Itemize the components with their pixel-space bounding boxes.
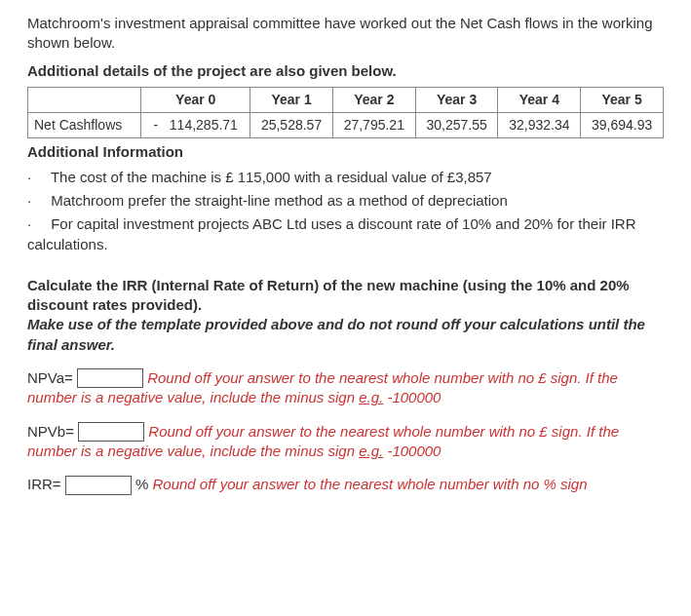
- bullet-text: Matchroom prefer the straight-line metho…: [51, 192, 508, 209]
- cell-y1: 25,528.57: [250, 112, 333, 137]
- eg-value: -100000: [387, 443, 441, 459]
- th-year2: Year 2: [332, 87, 415, 112]
- section-title: Additional details of the project are al…: [27, 61, 664, 81]
- row-label: Net Cashflows: [28, 112, 141, 137]
- irr-label: IRR=: [27, 476, 61, 492]
- table-header-row: Year 0 Year 1 Year 2 Year 3 Year 4 Year …: [28, 87, 664, 112]
- npva-line: NPVa= Round off your answer to the neare…: [27, 368, 664, 408]
- th-blank: [28, 87, 141, 112]
- th-year5: Year 5: [581, 87, 664, 112]
- cell-y4: 32,932.34: [498, 112, 581, 137]
- npvb-input[interactable]: [78, 422, 144, 442]
- th-year1: Year 1: [250, 87, 333, 112]
- cell-y2: 27,795.21: [332, 112, 415, 137]
- calc-note: Make use of the template provided above …: [27, 315, 664, 355]
- bullet-2: · Matchroom prefer the straight-line met…: [27, 191, 664, 211]
- npva-input[interactable]: [77, 368, 143, 388]
- npva-label: NPVa=: [27, 369, 73, 386]
- bullet-3: · For capital investment projects ABC Lt…: [27, 214, 664, 254]
- th-year3: Year 3: [415, 87, 498, 112]
- table-row: Net Cashflows - 114,285.71 25,528.57 27,…: [28, 112, 664, 137]
- additional-info-title: Additional Information: [27, 142, 664, 162]
- eg-link: e.g.: [359, 443, 383, 459]
- calc-instruction: Calculate the IRR (Internal Rate of Retu…: [27, 276, 664, 316]
- bullet-icon: ·: [27, 191, 47, 211]
- irr-input[interactable]: [65, 476, 132, 495]
- intro-text: Matchroom's investment appraisal committ…: [27, 14, 664, 54]
- bullet-text: The cost of the machine is £ 115,000 wit…: [51, 169, 492, 185]
- bullet-text: For capital investment projects ABC Ltd …: [27, 215, 635, 251]
- th-year0: Year 0: [141, 87, 250, 112]
- bullet-icon: ·: [27, 168, 47, 187]
- bullet-icon: ·: [27, 214, 47, 234]
- cell-y0: - 114,285.71: [141, 112, 250, 137]
- irr-suffix: %: [135, 476, 148, 492]
- cell-y3: 30,257.55: [415, 112, 498, 137]
- cell-y5: 39,694.93: [581, 112, 664, 137]
- npvb-label: NPVb=: [27, 423, 74, 440]
- eg-value: -100000: [387, 389, 441, 405]
- th-year4: Year 4: [498, 87, 581, 112]
- bullet-1: · The cost of the machine is £ 115,000 w…: [27, 168, 664, 187]
- irr-line: IRR= % Round off your answer to the near…: [27, 475, 664, 495]
- npvb-line: NPVb= Round off your answer to the neare…: [27, 422, 664, 462]
- irr-hint: Round off your answer to the nearest who…: [152, 476, 587, 492]
- eg-link: e.g.: [359, 389, 383, 405]
- cashflow-table: Year 0 Year 1 Year 2 Year 3 Year 4 Year …: [27, 87, 664, 138]
